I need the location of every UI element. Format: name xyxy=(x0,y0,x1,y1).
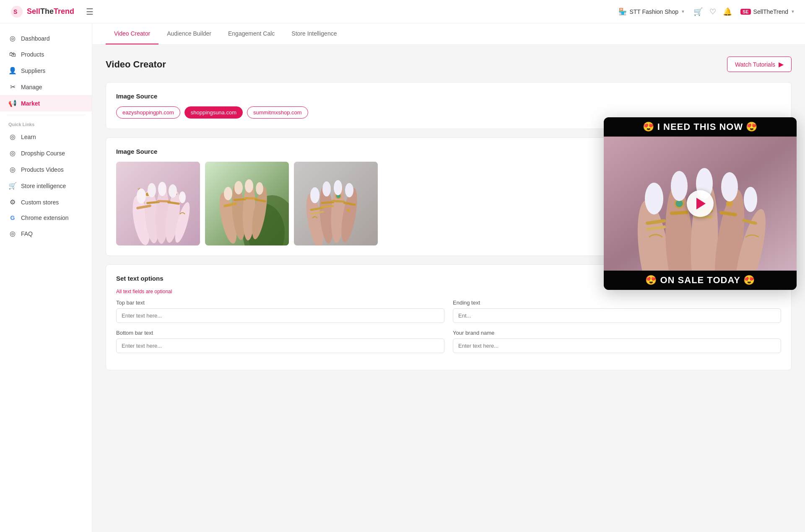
logo-text: SellTheTrend xyxy=(27,7,74,16)
image-source-tags: eazyshoppingph.com shoppingsuna.com summ… xyxy=(116,106,781,119)
sidebar-item-store-intelligence[interactable]: 🛒 Store intelligence xyxy=(0,178,92,194)
subnav-store-intelligence[interactable]: Store Intelligence xyxy=(283,23,345,44)
notification-icon[interactable]: 🔔 xyxy=(723,7,732,16)
topbar-action-icons: 🛒 ♡ 🔔 xyxy=(693,7,732,16)
user-badge: SE xyxy=(740,9,751,15)
cart-icon[interactable]: 🛒 xyxy=(693,7,703,16)
subnav-video-creator[interactable]: Video Creator xyxy=(106,23,158,44)
ending-text-input[interactable] xyxy=(453,308,781,323)
top-bar-text-group: Top bar text xyxy=(116,300,444,323)
sidebar-item-custom-stores[interactable]: ⚙ Custom stores xyxy=(0,194,92,210)
tag-summitmxshop[interactable]: summitmxshop.com xyxy=(247,106,308,119)
logo[interactable]: S SellTheTrend xyxy=(10,5,74,18)
sidebar-item-dropship-course[interactable]: ◎ Dropship Course xyxy=(0,145,92,161)
store-name: STT Fashion Shop xyxy=(629,8,678,15)
sidebar-item-label: FAQ xyxy=(21,230,33,237)
chrome-icon: G xyxy=(8,214,17,221)
svg-point-79 xyxy=(744,187,757,212)
faq-icon: ◎ xyxy=(8,230,17,238)
svg-point-17 xyxy=(148,183,156,197)
video-preview-image[interactable]: ✦ xyxy=(604,137,797,271)
svg-text:S: S xyxy=(13,8,17,15)
bottom-bar-text-input[interactable] xyxy=(116,338,444,353)
subnav: Video Creator Audience Builder Engagemen… xyxy=(92,23,805,45)
subnav-audience-builder[interactable]: Audience Builder xyxy=(158,23,220,44)
store-icon: 🏪 xyxy=(618,8,627,15)
svg-point-55 xyxy=(310,187,319,203)
sidebar-item-label: Store intelligence xyxy=(21,183,66,189)
sidebar-item-suppliers[interactable]: 👤 Suppliers xyxy=(0,62,92,79)
sidebar-divider xyxy=(7,115,85,115)
ending-text-group: Ending text xyxy=(453,300,781,323)
product-image-1[interactable]: ★ ★ ★ xyxy=(116,162,200,245)
svg-point-37 xyxy=(245,179,253,193)
sidebar-item-label: Products Videos xyxy=(21,166,64,173)
ring-image-svg-3: ✦ ★ xyxy=(294,162,378,245)
text-fields-row-1: Top bar text Ending text xyxy=(116,300,781,323)
sidebar-item-market[interactable]: 📢 Market xyxy=(0,95,92,111)
sidebar-item-label: Chrome extension xyxy=(21,214,69,221)
sidebar-item-label: Learn xyxy=(21,134,36,140)
sidebar-item-dashboard[interactable]: ◎ Dashboard xyxy=(0,30,92,46)
brand-name-group: Your brand name xyxy=(453,330,781,353)
sidebar-item-manage[interactable]: ✂ Manage xyxy=(0,79,92,95)
svg-point-56 xyxy=(322,181,331,196)
product-image-3[interactable]: ✦ ★ xyxy=(294,162,378,245)
learn-icon: ◎ xyxy=(8,133,17,141)
svg-point-20 xyxy=(179,191,186,203)
svg-point-57 xyxy=(334,180,342,195)
svg-point-52 xyxy=(347,209,350,212)
sidebar: ◎ Dashboard 🛍 Products 👤 Suppliers ✂ Man… xyxy=(0,23,92,532)
sidebar-item-chrome-extension[interactable]: G Chrome extension xyxy=(0,210,92,225)
bottom-bar-text-label: Bottom bar text xyxy=(116,330,444,336)
tag-shoppingsuna[interactable]: shoppingsuna.com xyxy=(184,106,243,119)
suppliers-icon: 👤 xyxy=(8,67,17,75)
manage-icon: ✂ xyxy=(8,83,17,91)
sidebar-item-products[interactable]: 🛍 Products xyxy=(0,46,92,62)
svg-point-19 xyxy=(169,184,177,198)
sidebar-item-label: Manage xyxy=(21,84,42,90)
store-selector[interactable]: 🏪 STT Fashion Shop ▼ xyxy=(618,8,685,15)
tag-eazyshoppingph[interactable]: eazyshoppingph.com xyxy=(116,106,180,119)
ring-image-svg-2: ✦ ✦ ✦ xyxy=(205,162,289,245)
topbar: S SellTheTrend ☰ 🏪 STT Fashion Shop ▼ 🛒 … xyxy=(0,0,805,23)
svg-point-35 xyxy=(224,187,232,200)
store-chevron-icon: ▼ xyxy=(681,9,685,14)
svg-point-75 xyxy=(645,183,663,214)
product-image-2[interactable]: ✦ ✦ ✦ xyxy=(205,162,289,245)
products-icon: 🛍 xyxy=(8,51,17,58)
svg-point-16 xyxy=(137,189,146,204)
video-preview-overlay: 😍 I NEED THIS NOW 😍 xyxy=(604,117,797,290)
quick-links-label: Quick Links xyxy=(0,119,92,129)
sidebar-item-label: Custom stores xyxy=(21,199,59,206)
brand-name-label: Your brand name xyxy=(453,330,781,336)
sidebar-item-label: Market xyxy=(21,100,40,107)
video-play-button[interactable] xyxy=(687,190,714,217)
top-bar-text-label: Top bar text xyxy=(116,300,444,306)
bottom-bar-text-group: Bottom bar text xyxy=(116,330,444,353)
watch-tutorials-label: Watch Tutorials xyxy=(735,61,775,68)
svg-point-38 xyxy=(256,182,263,195)
ending-text-label: Ending text xyxy=(453,300,781,306)
menu-toggle-button[interactable]: ☰ xyxy=(86,7,93,17)
logo-icon: S xyxy=(10,5,23,18)
user-name: SellTheTrend xyxy=(753,8,789,15)
brand-name-input[interactable] xyxy=(453,338,781,353)
sidebar-item-label: Dashboard xyxy=(21,35,50,42)
wishlist-icon[interactable]: ♡ xyxy=(709,7,716,16)
sidebar-item-products-videos[interactable]: ◎ Products Videos xyxy=(0,161,92,178)
sidebar-item-label: Dropship Course xyxy=(21,150,65,157)
sidebar-item-faq[interactable]: ◎ FAQ xyxy=(0,225,92,242)
subnav-engagement-calc[interactable]: Engagement Calc xyxy=(220,23,283,44)
text-fields-row-2: Bottom bar text Your brand name xyxy=(116,330,781,353)
market-icon: 📢 xyxy=(8,99,17,107)
watch-tutorials-button[interactable]: Watch Tutorials ▶ xyxy=(727,57,792,72)
sidebar-item-learn[interactable]: ◎ Learn xyxy=(0,129,92,145)
dashboard-icon: ◎ xyxy=(8,34,17,42)
sidebar-item-label: Suppliers xyxy=(21,67,45,74)
user-menu[interactable]: SE SellTheTrend ▼ xyxy=(740,8,795,15)
video-top-bar-text: 😍 I NEED THIS NOW 😍 xyxy=(604,117,797,137)
svg-point-36 xyxy=(234,181,243,194)
custom-stores-icon: ⚙ xyxy=(8,198,17,206)
top-bar-text-input[interactable] xyxy=(116,308,444,323)
